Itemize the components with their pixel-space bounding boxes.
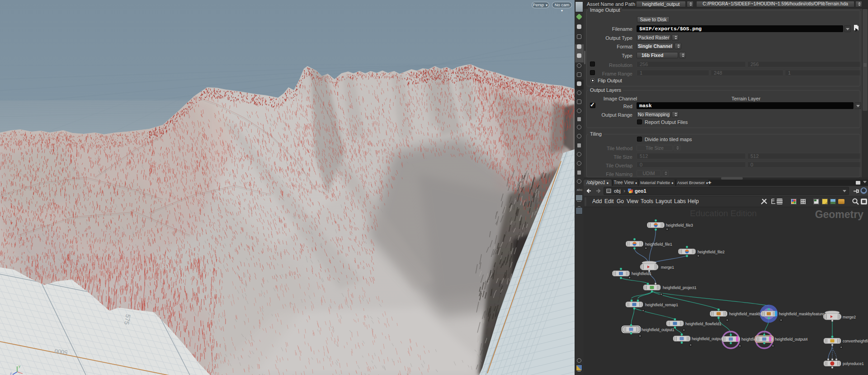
svg-text:y: y [19,364,20,368]
svg-text:heightfield_maskbyfeature2: heightfield_maskbyfeature2 [779,312,826,316]
svg-text:heightfield1: heightfield1 [632,271,651,276]
svg-text:z: z [10,371,12,375]
svg-text:merge1: merge1 [661,265,674,270]
svg-text:merge2: merge2 [843,315,856,319]
svg-text:heightfie: heightfie [741,337,756,342]
svg-text:polyreduce1: polyreduce1 [843,361,864,366]
svg-text:heightfield_file1: heightfield_file1 [645,242,672,247]
svg-text:heightfield_output4: heightfield_output4 [775,337,808,342]
svg-text:heightfield_output: heightfield_output [692,337,722,341]
svg-text:heightfield_file3: heightfield_file3 [666,223,693,228]
svg-text:heightfield_flowfield1: heightfield_flowfield1 [685,322,722,326]
svg-text:heightfield_maskby: heightfield_maskby [729,312,763,316]
svg-text:convertheightfie: convertheightfie [843,339,868,343]
svg-text:heightfield_project1: heightfield_project1 [663,285,697,290]
svg-text:heightfield_file2: heightfield_file2 [698,250,725,254]
svg-text:heightfield_remap1: heightfield_remap1 [645,303,678,307]
svg-text:heightfield_output1: heightfield_output1 [642,328,675,332]
